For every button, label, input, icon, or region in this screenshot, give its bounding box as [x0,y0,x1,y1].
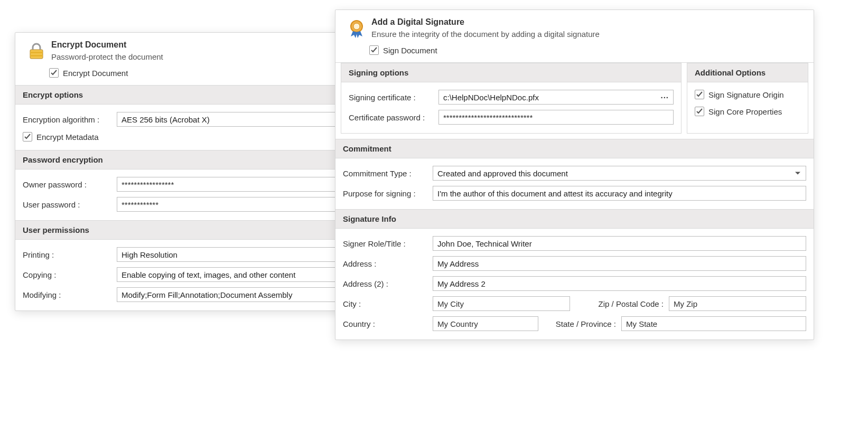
signer-role-label: Signer Role/Title : [343,239,433,248]
state-label: State / Province : [556,319,616,328]
encrypt-metadata-label: Encrypt Metadata [36,133,99,142]
signer-role-input[interactable]: John Doe, Technical Writer [433,236,806,251]
sign-core-properties-checkbox[interactable] [695,107,704,116]
svg-rect-2 [30,55,43,56]
address2-label: Address (2) : [343,279,433,288]
signing-certificate-label: Signing certificate : [349,93,438,102]
panel-subtitle: Password-protect the document [51,52,163,62]
encrypt-document-checkbox-label: Encrypt Document [63,69,128,78]
panel-subtitle: Ensure the integrity of the document by … [371,29,600,40]
user-password-label: User password : [23,200,117,209]
commitment-type-label: Commitment Type : [343,169,433,178]
panel-title: Add a Digital Signature [371,17,600,28]
encrypt-metadata-checkbox[interactable] [23,132,32,142]
sign-document-checkbox[interactable] [369,45,379,55]
signature-header: Add a Digital Signature Ensure the integ… [335,10,814,40]
sign-signature-origin-checkbox[interactable] [695,90,704,99]
commitment-type-select[interactable]: Created and approved this document [433,166,806,181]
section-header: Additional Options [687,63,808,82]
ribbon-seal-icon [345,17,368,40]
section-header: Signing options [341,63,681,82]
purpose-input[interactable]: I'm the author of this document and atte… [433,186,806,201]
certificate-password-input[interactable]: ***************************** [438,110,674,125]
sign-core-properties-label: Sign Core Properties [708,107,782,116]
owner-password-label: Owner password : [23,180,117,189]
address-input[interactable]: My Address [433,256,806,271]
signature-info-section: Signature Info Signer Role/Title : John … [335,209,814,340]
commitment-section: Commitment Commitment Type : Created and… [335,139,814,209]
modifying-label: Modifying : [23,290,117,299]
svg-rect-0 [30,50,43,59]
lock-icon [25,40,48,63]
encrypt-document-checkbox[interactable] [49,68,59,78]
state-input[interactable]: My State [621,316,806,331]
svg-rect-1 [30,52,43,53]
zip-input[interactable]: My Zip [669,296,806,311]
additional-options-section: Additional Options Sign Signature Origin… [687,63,808,134]
copying-label: Copying : [23,270,117,279]
sign-signature-origin-label: Sign Signature Origin [708,90,784,99]
signing-options-section: Signing options Signing certificate : c:… [341,63,682,134]
section-header: Signature Info [335,210,814,229]
purpose-label: Purpose for signing : [343,189,433,198]
digital-signature-panel: Add a Digital Signature Ensure the integ… [335,10,814,340]
encryption-algorithm-label: Encryption algorithm : [23,115,117,124]
city-label: City : [343,299,433,308]
printing-label: Printing : [23,250,117,259]
city-input[interactable]: My City [433,296,570,311]
section-header: Commitment [335,139,814,158]
signing-certificate-input[interactable]: c:\HelpNDoc\HelpNDoc.pfx ··· [438,90,674,105]
browse-icon[interactable]: ··· [660,93,669,102]
address-label: Address : [343,259,433,268]
country-input[interactable]: My Country [433,316,538,331]
panel-title: Encrypt Document [51,40,163,51]
address2-input[interactable]: My Address 2 [433,276,806,291]
svg-point-4 [353,23,360,30]
encryption-algorithm-value: AES 256 bits (Acrobat X) [122,115,210,124]
country-label: Country : [343,319,433,328]
certificate-password-label: Certificate password : [349,113,438,122]
sign-document-checkbox-label: Sign Document [383,46,437,55]
sign-document-toggle-row: Sign Document [369,45,814,55]
zip-label: Zip / Postal Code : [599,299,664,308]
